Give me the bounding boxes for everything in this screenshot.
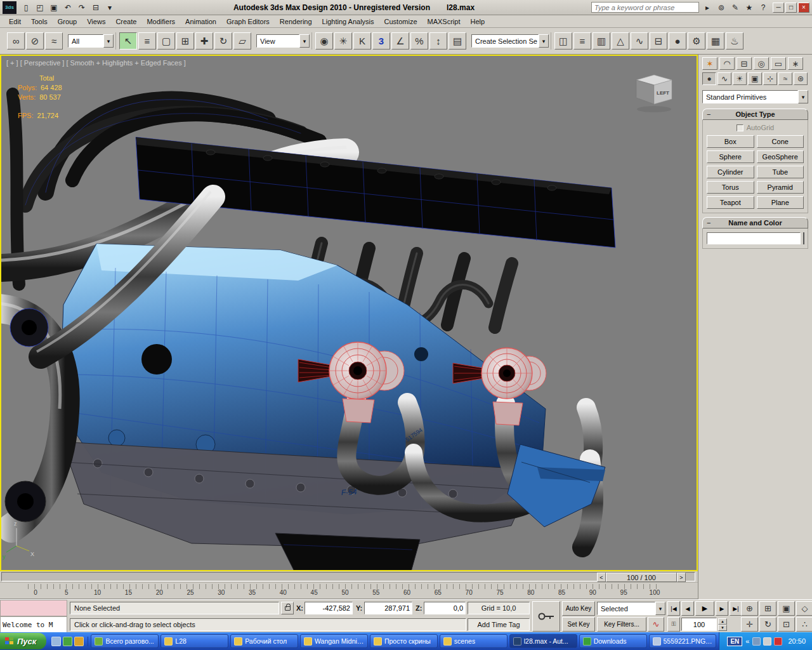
- menu-item[interactable]: Graph Editors: [221, 17, 275, 27]
- track-bar[interactable]: 0510152025303540455055606570758085909510…: [0, 583, 698, 599]
- default-in-out-tangents-button[interactable]: ∿: [648, 617, 664, 632]
- tab-modify-icon[interactable]: ◠: [719, 57, 735, 70]
- language-indicator[interactable]: EN: [727, 637, 742, 646]
- object-type-button[interactable]: Sphere: [707, 150, 754, 163]
- object-type-button[interactable]: Plane: [757, 196, 804, 209]
- object-name-input[interactable]: [707, 232, 801, 244]
- render-production-icon[interactable]: ♨: [726, 32, 743, 50]
- zoom-extents-icon[interactable]: ▣: [778, 601, 795, 616]
- titlebar-menu-arrow-icon[interactable]: ▾: [103, 2, 116, 13]
- use-pivot-center-icon[interactable]: ◉: [315, 32, 333, 50]
- start-button[interactable]: Пуск: [0, 633, 46, 649]
- menu-item[interactable]: Rendering: [275, 17, 317, 27]
- category-shapes-icon[interactable]: ∿: [717, 72, 731, 85]
- key-selection-dropdown[interactable]: Selected ▾: [597, 602, 665, 615]
- mirror-icon[interactable]: ◫: [554, 32, 572, 50]
- new-file-icon[interactable]: ▯: [20, 2, 32, 13]
- oil-pan[interactable]: [275, 533, 420, 570]
- snap-toggle-3d-icon[interactable]: 3: [372, 32, 390, 50]
- tab-utilities-icon[interactable]: ∗: [788, 57, 803, 70]
- selection-lock-toggle[interactable]: [281, 602, 294, 614]
- curve-editor-icon[interactable]: ∿: [631, 32, 648, 50]
- tray-chevron-icon[interactable]: «: [745, 637, 749, 645]
- viewport-label[interactable]: [ + ] [ Perspective ] [ Smooth + Highlig…: [6, 59, 186, 67]
- material-editor-icon[interactable]: ●: [669, 32, 686, 50]
- set-key-button[interactable]: Set Key: [562, 617, 595, 632]
- select-and-manipulate-icon[interactable]: ✳: [334, 32, 352, 50]
- key-mode-toggle[interactable]: ⚿: [667, 617, 680, 632]
- menu-item[interactable]: MAXScript: [422, 17, 466, 27]
- search-go-icon[interactable]: ▸: [701, 2, 714, 13]
- x-coord-input[interactable]: [304, 602, 353, 614]
- next-frame-arrow[interactable]: >: [677, 573, 686, 582]
- time-slider-thumb[interactable]: < 100 / 100 >: [597, 573, 686, 582]
- object-type-button[interactable]: Pyramid: [757, 181, 804, 194]
- dropdown-arrow-icon[interactable]: ▾: [539, 34, 549, 48]
- select-by-name-icon[interactable]: ≡: [138, 32, 156, 50]
- zoom-region-icon[interactable]: ◇: [796, 601, 812, 616]
- menu-item[interactable]: Views: [82, 17, 110, 27]
- window-crossing-icon[interactable]: ⊞: [176, 32, 194, 50]
- previous-frame-arrow[interactable]: <: [597, 573, 606, 582]
- auto-key-button[interactable]: Auto Key: [562, 601, 595, 616]
- view-cube[interactable]: LEFT: [625, 71, 683, 114]
- bind-to-space-warp-icon[interactable]: ≈: [45, 32, 63, 50]
- spinner-snap-icon[interactable]: ↕: [429, 32, 447, 50]
- angle-snap-icon[interactable]: ∠: [391, 32, 409, 50]
- select-and-move-icon[interactable]: ✚: [195, 32, 213, 50]
- dropdown-arrow-icon[interactable]: ▾: [655, 602, 665, 615]
- object-type-button[interactable]: Box: [707, 135, 754, 148]
- communication-center-icon[interactable]: ✎: [729, 2, 742, 13]
- align-icon[interactable]: ≡: [573, 32, 591, 50]
- spinner-up-icon[interactable]: ▲: [718, 618, 727, 625]
- percent-snap-icon[interactable]: %: [410, 32, 428, 50]
- project-folder-icon[interactable]: ⊟: [89, 2, 102, 13]
- menu-item[interactable]: Group: [53, 17, 82, 27]
- selection-region-icon[interactable]: ▢: [157, 32, 175, 50]
- frame-spinner[interactable]: ▲▼: [718, 618, 727, 631]
- select-and-rotate-icon[interactable]: ↻: [214, 32, 232, 50]
- rendered-frame-window-icon[interactable]: ▦: [707, 32, 724, 50]
- undo-icon[interactable]: ↶: [62, 2, 74, 13]
- reference-coordinate-dropdown[interactable]: View ▾: [256, 34, 310, 48]
- set-keys-button[interactable]: [532, 601, 560, 632]
- go-to-start-button[interactable]: |◀: [667, 601, 680, 616]
- object-type-button[interactable]: Cone: [757, 135, 804, 148]
- quick-launch-player-icon[interactable]: [74, 637, 84, 646]
- tab-motion-icon[interactable]: ◎: [754, 57, 769, 70]
- name-color-rollout-header[interactable]: − Name and Color: [702, 217, 808, 229]
- dropdown-arrow-icon[interactable]: ▾: [798, 90, 808, 103]
- category-geometry-icon[interactable]: ●: [702, 72, 716, 85]
- object-type-button[interactable]: Tube: [757, 166, 804, 178]
- keyboard-override-icon[interactable]: K: [353, 32, 371, 50]
- macro-recorder-field[interactable]: [0, 600, 67, 616]
- pan-icon[interactable]: ✛: [741, 617, 758, 632]
- object-type-rollout-header[interactable]: − Object Type: [702, 109, 808, 120]
- category-cameras-icon[interactable]: ▣: [748, 72, 762, 85]
- select-object-icon[interactable]: ↖: [119, 32, 137, 50]
- dropdown-arrow-icon[interactable]: ▾: [299, 34, 310, 48]
- menu-item[interactable]: Help: [466, 17, 490, 27]
- render-setup-icon[interactable]: ⚙: [688, 32, 705, 50]
- tray-display-icon[interactable]: [752, 637, 761, 646]
- tray-update-icon[interactable]: [763, 637, 771, 646]
- graphite-ribbon-icon[interactable]: △: [612, 32, 629, 50]
- category-systems-icon[interactable]: ⊛: [794, 72, 808, 85]
- taskbar-task-button[interactable]: 5559221.PNG (...: [649, 634, 717, 648]
- favorites-icon[interactable]: ★: [743, 2, 756, 13]
- save-file-icon[interactable]: ▣: [48, 2, 60, 13]
- search-settings-icon[interactable]: ⊚: [715, 2, 728, 13]
- minimize-button[interactable]: ─: [773, 3, 784, 13]
- taskbar-task-button[interactable]: L28: [160, 634, 228, 648]
- close-button[interactable]: ×: [798, 3, 809, 13]
- tray-antivirus-icon[interactable]: [774, 637, 782, 646]
- next-frame-button[interactable]: ▶: [716, 601, 728, 616]
- select-and-scale-icon[interactable]: ▱: [233, 32, 251, 50]
- app-logo-icon[interactable]: 3ds: [3, 1, 16, 14]
- play-button[interactable]: ▶: [695, 601, 714, 616]
- menu-item[interactable]: Create: [110, 17, 141, 27]
- engine-3d-model[interactable]: F-54 517594 z y X: [1, 56, 697, 570]
- zoom-all-icon[interactable]: ⊞: [759, 601, 776, 616]
- z-coord-input[interactable]: [424, 602, 466, 614]
- quick-launch-browser-icon[interactable]: [63, 637, 72, 646]
